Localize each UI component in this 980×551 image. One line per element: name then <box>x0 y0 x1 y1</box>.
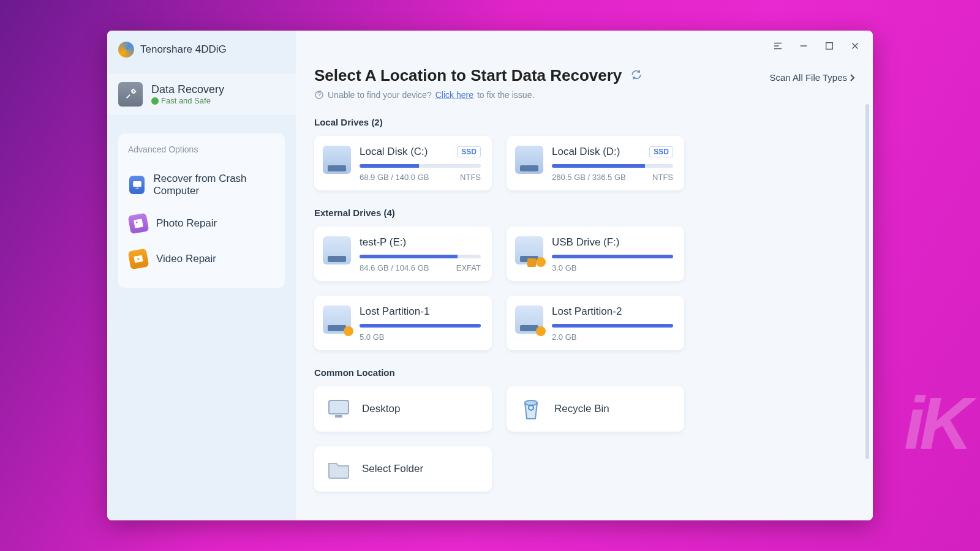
scan-all-file-types-button[interactable]: Scan All File Types <box>770 72 854 83</box>
drive-ssd-tag: SSD <box>649 146 673 157</box>
page-title: Select A Location to Start Data Recovery <box>314 66 622 85</box>
adv-label-crash: Recover from Crash Computer <box>153 173 274 197</box>
app-logo-icon <box>118 42 134 58</box>
drive-name: Local Disk (D:) <box>552 146 620 158</box>
drive-name: test-P (E:) <box>360 236 406 249</box>
window-controls <box>771 39 862 53</box>
external-drive-card-3[interactable]: Lost Partition-2 2.0 GB <box>507 296 684 350</box>
common-location-recycle[interactable]: Recycle Bin <box>507 386 684 432</box>
help-link[interactable]: Click here <box>435 90 473 100</box>
sidebar: Tenorshare 4DDiG Data Recovery Fast and … <box>107 31 296 520</box>
drive-name: USB Drive (F:) <box>552 236 620 249</box>
app-title-bar: Tenorshare 4DDiG <box>107 31 296 73</box>
external-drives-title: External Drives (4) <box>314 208 854 218</box>
help-icon <box>314 90 324 100</box>
help-text: Unable to find your device? Click here t… <box>314 90 643 100</box>
drive-usage-bar <box>360 164 481 168</box>
drive-size: 260.5 GB / 336.5 GB <box>552 173 626 182</box>
drive-icon <box>323 146 351 174</box>
warning-badge-icon <box>536 326 546 336</box>
svg-point-8 <box>525 400 537 405</box>
photo-icon <box>128 213 149 234</box>
drive-icon <box>323 236 351 264</box>
drive-filesystem: NTFS <box>460 173 481 182</box>
drive-usage-bar <box>360 324 481 328</box>
local-drive-card-0[interactable]: Local Disk (C:) SSD 68.9 GB / 140.0 GB N… <box>314 136 492 190</box>
sidebar-item-crash-recover[interactable]: Recover from Crash Computer <box>128 164 275 206</box>
adv-label-video: Video Repair <box>156 253 216 265</box>
advanced-options-panel: Advanced Options Recover from Crash Comp… <box>118 133 285 288</box>
drive-ssd-tag: SSD <box>457 146 481 157</box>
scrollbar[interactable] <box>865 104 869 459</box>
drive-filesystem: EXFAT <box>456 263 481 272</box>
external-drives-grid: test-P (E:) 84.6 GB / 104.6 GB EXFAT USB… <box>314 227 854 350</box>
desktop-icon <box>325 397 352 421</box>
help-prefix: Unable to find your device? <box>328 90 432 100</box>
sidebar-item-data-recovery[interactable]: Data Recovery Fast and Safe <box>107 73 296 115</box>
drive-filesystem: NTFS <box>652 173 673 182</box>
folder-icon <box>325 457 352 481</box>
common-location-folder[interactable]: Select Folder <box>314 446 492 492</box>
sidebar-primary-subtitle: Fast and Safe <box>151 96 224 105</box>
local-drives-grid: Local Disk (C:) SSD 68.9 GB / 140.0 GB N… <box>314 136 854 190</box>
svg-rect-1 <box>134 219 143 228</box>
adv-label-photo: Photo Repair <box>156 217 217 230</box>
warning-badge-icon <box>344 326 353 336</box>
minimize-button[interactable] <box>797 39 810 53</box>
sidebar-item-video-repair[interactable]: Video Repair <box>128 241 275 277</box>
close-button[interactable] <box>848 39 862 53</box>
drive-name: Lost Partition-1 <box>360 305 429 318</box>
drive-usage-bar <box>552 324 673 328</box>
drive-size: 68.9 GB / 140.0 GB <box>360 173 429 182</box>
drive-size: 2.0 GB <box>552 332 576 342</box>
warning-badge-icon <box>536 257 546 267</box>
main-header: Select A Location to Start Data Recovery… <box>314 66 854 100</box>
help-suffix: to fix the issue. <box>477 90 534 100</box>
chevron-right-icon <box>850 74 854 81</box>
sidebar-primary-title: Data Recovery <box>151 83 224 96</box>
drive-name: Lost Partition-2 <box>552 305 622 318</box>
common-location-label: Desktop <box>362 403 400 415</box>
drive-icon <box>515 146 543 174</box>
drive-size: 84.6 GB / 104.6 GB <box>360 263 429 272</box>
app-window: Tenorshare 4DDiG Data Recovery Fast and … <box>107 31 873 520</box>
svg-rect-7 <box>335 415 342 418</box>
common-location-desktop[interactable]: Desktop <box>314 386 492 432</box>
svg-rect-6 <box>329 400 349 414</box>
common-location-title: Common Location <box>314 367 854 378</box>
tools-icon <box>118 82 143 107</box>
refresh-icon[interactable] <box>630 69 643 83</box>
menu-button[interactable] <box>771 39 785 53</box>
monitor-icon <box>129 176 145 194</box>
advanced-options-title: Advanced Options <box>128 144 275 154</box>
drive-usage-bar <box>552 255 673 258</box>
svg-rect-4 <box>826 43 833 50</box>
common-location-label: Recycle Bin <box>554 403 609 415</box>
check-badge-icon <box>151 97 159 105</box>
local-drive-card-1[interactable]: Local Disk (D:) SSD 260.5 GB / 336.5 GB … <box>507 136 684 190</box>
drive-size: 5.0 GB <box>360 332 384 342</box>
external-drive-card-2[interactable]: Lost Partition-1 5.0 GB <box>314 296 492 350</box>
scan-all-label: Scan All File Types <box>770 72 847 83</box>
drive-usage-bar <box>552 164 673 168</box>
common-location-label: Select Folder <box>362 463 423 475</box>
maximize-button[interactable] <box>823 39 836 53</box>
drive-usage-bar <box>360 255 481 258</box>
recycle-icon <box>518 397 545 421</box>
common-location-grid: Desktop Recycle Bin Select Folder <box>314 386 854 492</box>
video-icon <box>128 249 149 270</box>
sidebar-primary-text: Data Recovery Fast and Safe <box>151 83 224 105</box>
external-drive-card-1[interactable]: USB Drive (F:) 3.0 GB <box>507 227 684 281</box>
svg-rect-0 <box>133 181 141 187</box>
app-title: Tenorshare 4DDiG <box>140 43 227 56</box>
drive-size: 3.0 GB <box>552 263 576 272</box>
watermark: iK <box>904 381 968 465</box>
external-drive-card-0[interactable]: test-P (E:) 84.6 GB / 104.6 GB EXFAT <box>314 227 492 281</box>
sidebar-item-photo-repair[interactable]: Photo Repair <box>128 206 275 241</box>
sidebar-primary-subtitle-text: Fast and Safe <box>161 96 211 105</box>
drive-name: Local Disk (C:) <box>360 146 428 158</box>
main-panel: Select A Location to Start Data Recovery… <box>296 31 873 520</box>
local-drives-title: Local Drives (2) <box>314 117 854 127</box>
